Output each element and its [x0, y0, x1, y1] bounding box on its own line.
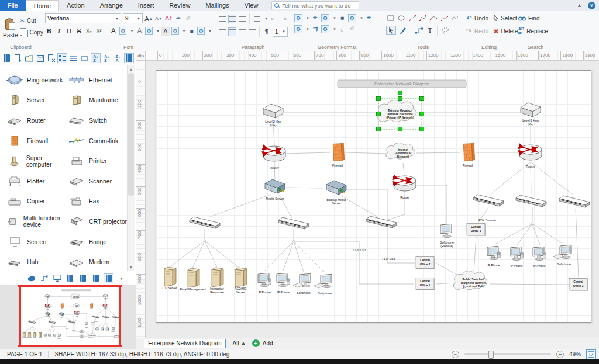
- undo-button[interactable]: ↶Undo▼: [466, 13, 496, 23]
- text-tool[interactable]: T: [426, 26, 434, 35]
- minimap-handle[interactable]: [18, 345, 22, 347]
- tab-mailings[interactable]: Mailings: [198, 0, 236, 11]
- library-panel-1-icon[interactable]: [65, 273, 75, 283]
- new-library-icon[interactable]: [13, 53, 23, 63]
- shape-plotter[interactable]: Plotter: [6, 171, 68, 192]
- italic-button[interactable]: I: [55, 27, 63, 36]
- align-top-button[interactable]: [218, 15, 226, 23]
- bold-button[interactable]: B: [45, 27, 53, 36]
- shape-server[interactable]: Server: [6, 91, 68, 111]
- subscript-button[interactable]: X₂: [85, 27, 93, 36]
- screen-panel-icon[interactable]: [52, 273, 62, 283]
- text-background-dropdown-icon[interactable]: ▼: [208, 29, 212, 33]
- text-outline-gear-icon[interactable]: ⚙: [145, 27, 153, 35]
- zoom-in-button[interactable]: +: [556, 351, 564, 358]
- shape-list-scrollbar[interactable]: ▲ ▼: [127, 65, 135, 271]
- minimap[interactable]: Enterprise Network DiagramExisting Megat…: [19, 285, 121, 347]
- text-highlight-gear-icon[interactable]: ⚙: [171, 27, 179, 35]
- shape-mainframe[interactable]: Mainframe: [68, 91, 132, 111]
- stroke-gear-icon[interactable]: ⚙: [321, 14, 329, 22]
- zoom-slider-thumb[interactable]: [488, 351, 494, 359]
- font-size-combo[interactable]: 9▼: [123, 13, 143, 23]
- shape-router[interactable]: Router: [6, 110, 68, 131]
- tab-insert[interactable]: Insert: [130, 0, 162, 11]
- page-tab-enterprise-network-diagram[interactable]: Enterprise Network Diagram: [144, 339, 226, 348]
- open-library-icon[interactable]: [24, 53, 34, 63]
- sort-descending-icon[interactable]: Z↓A: [113, 53, 123, 63]
- shape-crt-projector[interactable]: CRT projector: [68, 212, 132, 232]
- find-button[interactable]: Find: [518, 13, 553, 23]
- redo-button[interactable]: ↷Redo▼: [466, 26, 496, 36]
- more-panels-icon[interactable]: ▼: [116, 273, 126, 283]
- tell-me-search-box[interactable]: [271, 1, 359, 9]
- shape-scanner[interactable]: Scanner: [68, 171, 132, 192]
- format-brush-button[interactable]: ✐: [184, 14, 192, 23]
- tab-arrange[interactable]: Arrange: [92, 0, 130, 11]
- increase-indent-icon[interactable]: ⇥: [280, 15, 288, 23]
- scrollbar-thumb[interactable]: [128, 73, 134, 196]
- tab-view[interactable]: View: [237, 0, 266, 11]
- arc-tool[interactable]: [429, 13, 438, 23]
- shape-screen[interactable]: Screen: [6, 232, 68, 252]
- text-outline-button[interactable]: A: [135, 27, 143, 36]
- paste-button[interactable]: Paste: [3, 13, 18, 43]
- align-middle-button[interactable]: [228, 15, 236, 23]
- tab-action[interactable]: Action: [59, 0, 92, 11]
- shape-firewall[interactable]: Firewall: [6, 131, 68, 151]
- shape-printer[interactable]: Printer: [68, 151, 132, 171]
- shape-switch[interactable]: Switch: [68, 110, 132, 131]
- align-bottom-button[interactable]: [238, 15, 246, 23]
- library-panel-2-icon[interactable]: [78, 273, 88, 283]
- minimap-handle[interactable]: [68, 345, 73, 347]
- shape-ring-network[interactable]: Ring network: [6, 70, 68, 91]
- arrowheads-gear-icon[interactable]: ⚙: [321, 25, 329, 33]
- align-right-button[interactable]: [238, 27, 246, 36]
- tab-home[interactable]: Home: [26, 0, 59, 11]
- pointer-tool[interactable]: [386, 26, 396, 35]
- shape-modem[interactable]: Modem: [68, 252, 132, 271]
- superscript-button[interactable]: X²: [95, 27, 103, 36]
- tab-file[interactable]: File: [0, 0, 26, 11]
- curve-tool[interactable]: [440, 13, 449, 23]
- line-tool[interactable]: [408, 13, 416, 23]
- line-spacing-combo[interactable]: 1▼: [273, 27, 288, 37]
- shape-fax[interactable]: Fax: [68, 192, 132, 212]
- shrink-font-button[interactable]: A▼: [154, 14, 163, 23]
- thumbnails-view-icon[interactable]: [57, 53, 67, 63]
- connector-tool[interactable]: [414, 26, 424, 35]
- text-fill-gear-icon[interactable]: ⚙: [119, 27, 127, 35]
- shape-multi-function-device[interactable]: Multi-function device: [6, 212, 68, 232]
- geometry-brush-icon[interactable]: ✐: [348, 25, 356, 33]
- bullet-list-dropdown-icon[interactable]: ▼: [264, 17, 268, 20]
- save-library-icon[interactable]: [35, 53, 45, 63]
- freeform-tool[interactable]: [451, 13, 460, 23]
- align-left-button[interactable]: [218, 27, 226, 36]
- pilcrow-button[interactable]: ¶: [263, 27, 271, 36]
- ellipse-tool[interactable]: [397, 13, 405, 23]
- shadow-gear-icon[interactable]: ⚙: [294, 25, 302, 33]
- drawing-page[interactable]: Enterprise Network DiagramExisting Megat…: [156, 70, 591, 323]
- align-center-button[interactable]: [228, 27, 236, 36]
- scroll-down-icon[interactable]: ▼: [128, 264, 135, 271]
- shape-hub[interactable]: Hub: [6, 252, 68, 271]
- search-input[interactable]: [282, 2, 352, 9]
- text-outline-dropdown-icon[interactable]: ▼: [156, 29, 160, 33]
- minimap-handle[interactable]: [118, 345, 122, 347]
- list-view-icon[interactable]: [68, 53, 78, 63]
- sort-ascending-icon[interactable]: A↓Z: [102, 53, 112, 63]
- geometry-eyedropper-icon[interactable]: ✒: [365, 13, 373, 22]
- rectangle-tool[interactable]: [386, 13, 395, 23]
- align-justify-button[interactable]: [248, 27, 256, 36]
- zoom-out-button[interactable]: −: [452, 351, 459, 358]
- add-page-button[interactable]: +Add: [252, 339, 273, 347]
- fit-page-button[interactable]: [586, 349, 596, 359]
- shape-comm-link[interactable]: Comm-link: [68, 131, 132, 151]
- text-fill-dropdown-icon[interactable]: ▼: [130, 29, 133, 33]
- font-family-combo[interactable]: Verdana▼: [45, 13, 121, 23]
- library-panel-icon[interactable]: [124, 53, 134, 63]
- tab-review[interactable]: Review: [161, 0, 198, 11]
- zoom-slider[interactable]: [464, 353, 551, 355]
- text-background-button[interactable]: ■: [187, 27, 195, 36]
- polyline-tool[interactable]: [418, 13, 427, 23]
- sort-toggle-icon[interactable]: A↕Z: [91, 53, 101, 63]
